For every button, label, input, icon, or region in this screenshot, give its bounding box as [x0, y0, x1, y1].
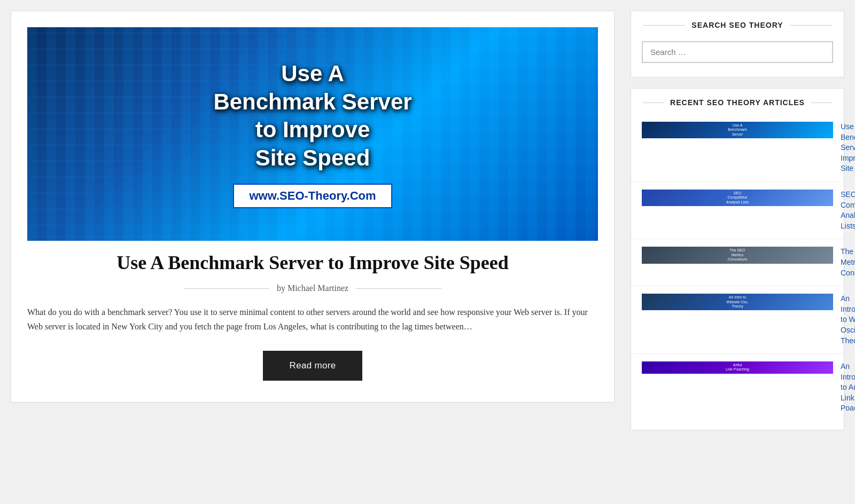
recent-article-title[interactable]: An Introduction to Artful Link Poaching [841, 361, 855, 414]
search-header-line-left [643, 25, 685, 26]
recent-article-item[interactable]: An Intro toWebsite Osc.Theory An Introdu… [631, 286, 844, 354]
hero-image-url: www.SEO-Theory.Com [233, 184, 392, 208]
recent-articles-widget: RECENT SEO THEORY ARTICLES Use ABenchmar… [631, 88, 844, 430]
read-more-container: Read more [27, 351, 598, 381]
read-more-button[interactable]: Read more [263, 351, 363, 381]
article-thumb-website-osc: An Intro toWebsite Osc.Theory [642, 294, 833, 310]
thumb-text-metrics: The SEOMetricsConundrum [642, 247, 833, 263]
recent-article-item[interactable]: ArtfulLink Poaching An Introduction to A… [631, 354, 844, 421]
thumb-text-benchmark: Use ABenchmarkServer [642, 122, 833, 138]
recent-widget-title: RECENT SEO THEORY ARTICLES [670, 98, 805, 107]
search-widget-title: SEARCH SEO THEORY [691, 21, 783, 29]
article-author: by Michael Martinez [277, 284, 348, 293]
article-image-container: Use A Benchmark Server to Improve Site S… [27, 27, 598, 241]
recent-article-item[interactable]: The SEOMetricsConundrum The SEO Metrics … [631, 239, 844, 286]
search-header-line-right [790, 25, 832, 26]
article-thumb-metrics: The SEOMetricsConundrum [642, 247, 833, 263]
search-input[interactable] [642, 41, 833, 63]
recent-header-line-right [811, 103, 832, 103]
author-row: by Michael Martinez [27, 284, 598, 293]
recent-article-title[interactable]: Use A Benchmark Server to Improve Site S… [841, 122, 855, 174]
thumb-text-seo-comp: SEOCompetitiveAnalysis Lists [725, 190, 750, 206]
recent-header-line-left [643, 103, 664, 103]
hero-image-text: Use A Benchmark Server to Improve Site S… [192, 60, 433, 172]
sidebar: SEARCH SEO THEORY RECENT SEO THEORY ARTI… [631, 11, 844, 441]
article-thumb-benchmark: Use ABenchmarkServer [642, 122, 833, 138]
recent-article-item[interactable]: SEOCompetitiveAnalysis Lists SEO Competi… [631, 182, 844, 239]
article-title: Use A Benchmark Server to Improve Site S… [27, 251, 598, 274]
recent-article-title[interactable]: An Introduction to Website Oscillation T… [841, 294, 855, 346]
recent-article-item[interactable]: Use ABenchmarkServer Use A Benchmark Ser… [631, 114, 844, 182]
search-widget: SEARCH SEO THEORY [631, 11, 844, 77]
article-hero-image: Use A Benchmark Server to Improve Site S… [27, 27, 598, 241]
thumb-text-artful: ArtfulLink Poaching [642, 361, 833, 374]
recent-article-title[interactable]: SEO Competitive Analysis Lists [841, 190, 855, 231]
author-line-left [184, 288, 269, 289]
article-body: What do you do with a benchmark server? … [27, 305, 598, 334]
article-thumb-artful: ArtfulLink Poaching [642, 361, 833, 374]
main-article: Use A Benchmark Server to Improve Site S… [11, 11, 615, 403]
search-input-container [631, 37, 844, 68]
article-thumb-seo-comp: SEOCompetitiveAnalysis Lists [642, 190, 833, 206]
recent-widget-header: RECENT SEO THEORY ARTICLES [631, 89, 844, 114]
search-widget-header: SEARCH SEO THEORY [631, 11, 844, 37]
recent-article-title[interactable]: The SEO Metrics Conundrum [841, 247, 855, 278]
author-line-right [356, 288, 441, 289]
thumb-text-website-osc: An Intro toWebsite Osc.Theory [642, 294, 833, 310]
page-wrapper: Use A Benchmark Server to Improve Site S… [11, 11, 844, 493]
